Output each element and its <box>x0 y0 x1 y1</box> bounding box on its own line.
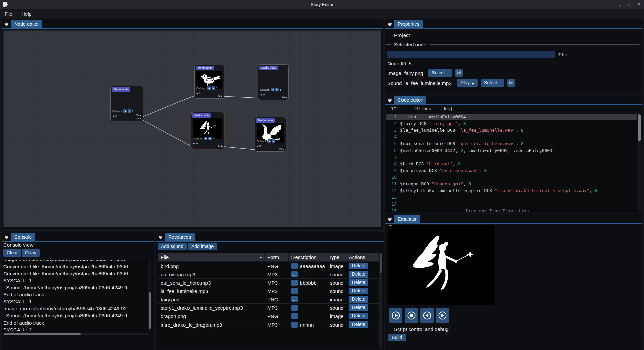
resources-scrollbar[interactable] <box>379 253 382 348</box>
outputs-decrement-button[interactable]: ◀ <box>204 137 207 140</box>
code-line[interactable]: 7 <box>386 154 637 161</box>
outputs-increment-button[interactable]: ▶ <box>208 137 212 140</box>
collapse-icon[interactable] <box>386 97 393 104</box>
console-copy-button[interactable]: Copy <box>22 249 40 257</box>
code-line[interactable]: 10 <box>386 174 637 181</box>
outputs-increment-button[interactable]: ▶ <box>212 86 215 90</box>
edit-description-button[interactable]: .. <box>291 280 298 286</box>
code-line[interactable]: 8$bird DC8 "bird.qoi", 8 <box>386 161 637 167</box>
edit-description-button[interactable]: .. <box>291 313 298 319</box>
sound-clear-button[interactable]: ☒ <box>507 79 515 87</box>
menu-file[interactable]: File <box>0 9 17 19</box>
delete-button[interactable]: Delete <box>349 321 368 328</box>
outputs-decrement-button[interactable]: ◀ <box>268 139 271 143</box>
edit-description-button[interactable]: .. <box>291 288 298 294</box>
table-row[interactable]: qui_sera_le_hero.mp3MP3..bbbbbbsoundDele… <box>158 279 379 287</box>
table-row[interactable]: dragon.pngPNG..imageDelete <box>158 312 379 320</box>
outputs-increment-button[interactable]: ▶ <box>272 139 275 143</box>
code-line[interactable]: 14 <box>386 201 637 208</box>
outputs-increment-button[interactable]: ▶ <box>275 88 279 91</box>
node-start[interactable]: Media node Outputs: ◀ ▶ 2 ◀In #0 ▶ #1 ▶ <box>110 86 143 121</box>
edit-description-button[interactable]: .. <box>291 305 298 311</box>
code-text-area[interactable]: 1→ jump····.mediaEntry00042$fairy DC8 "f… <box>386 114 637 212</box>
column-type[interactable]: Type <box>326 253 346 261</box>
code-line[interactable]: 4 <box>386 134 637 140</box>
tab-resources[interactable]: Resources <box>165 233 195 241</box>
tab-code-editor[interactable]: Code editor <box>394 96 426 104</box>
node-choice[interactable]: Media node Outputs: ◀ ▶ 1 ◀In #0 ▶ <box>258 64 289 100</box>
column-file[interactable]: File▲ <box>158 253 265 261</box>
node-input-port[interactable]: ◀In <box>257 144 261 148</box>
delete-button[interactable]: Delete <box>349 288 368 294</box>
code-line[interactable]: 9$un_oiseau DC8 "un_oiseau.wav", 8 <box>386 167 637 174</box>
node-output-ports[interactable]: #0 ▶ <box>282 96 287 99</box>
code-line[interactable]: 3$la_fee_luminelle DC8 "la_fee_luminelle… <box>386 127 637 134</box>
delete-button[interactable]: Delete <box>349 271 368 278</box>
edit-description-button[interactable]: .. <box>291 263 298 269</box>
outputs-decrement-button[interactable]: ◀ <box>123 109 127 113</box>
build-button[interactable]: Build <box>388 334 406 341</box>
code-scrollbar[interactable] <box>638 114 641 212</box>
node-fairy[interactable]: Media node Outputs: ◀ ▶ 1 ◀In #0 ▶ <box>191 112 224 149</box>
code-line[interactable]: 13 <box>386 194 637 201</box>
emu-play-button[interactable] <box>389 308 402 323</box>
node-input-port[interactable]: ◀In <box>260 93 265 96</box>
code-line[interactable]: 2$fairy DC8 "fairy.qoi", 8 <box>386 120 637 127</box>
outputs-decrement-button[interactable]: ◀ <box>271 88 274 91</box>
code-line[interactable]: 6$mediaChoice0004 DC32, 2, .mediaEntry00… <box>386 147 637 154</box>
column-description[interactable]: Description <box>289 253 326 261</box>
delete-button[interactable]: Delete <box>349 296 368 303</box>
node-canvas[interactable]: Media node Outputs: ◀ ▶ 2 ◀In #0 ▶ #1 ▶ … <box>3 30 381 227</box>
console-clear-button[interactable]: Clear <box>3 249 21 257</box>
node-output-ports[interactable]: #0 ▶ <box>279 147 284 151</box>
minimize-button[interactable]: ⌄ <box>615 0 623 9</box>
edit-description-button[interactable]: .. <box>291 271 298 277</box>
close-button[interactable]: ✕ <box>635 0 643 9</box>
edit-description-button[interactable]: .. <box>291 296 298 302</box>
tab-properties[interactable]: Properties <box>394 20 423 28</box>
delete-button[interactable]: Delete <box>349 304 368 311</box>
table-row[interactable]: un_oiseau.mp3MP3..soundDelete <box>158 270 379 279</box>
tab-emulator[interactable]: Emulator <box>394 215 420 223</box>
console-hscrollbar[interactable] <box>3 333 149 335</box>
code-line[interactable]: 11$dragon DC8 "dragon.qoi", 8 <box>386 181 637 187</box>
table-row[interactable]: bird.pngPNG..aaaaaaaaaimageDelete <box>158 262 379 270</box>
delete-button[interactable]: Delete <box>349 279 368 286</box>
table-row[interactable]: la_fee_luminelle.mp3MP3..soundDelete <box>158 287 379 295</box>
console-output[interactable]: Image: /home/anthony/ostproj/ba869e4b-03… <box>3 260 152 331</box>
column-form[interactable]: Form. <box>265 253 289 261</box>
outputs-decrement-button[interactable]: ◀ <box>207 86 211 90</box>
table-row[interactable]: intro_drako_le_dragon.mp3MP3..nnnnnsound… <box>158 320 379 329</box>
edit-description-button[interactable]: .. <box>291 322 298 328</box>
collapse-icon[interactable] <box>157 234 164 241</box>
node-input-port[interactable]: ◀In <box>112 114 117 117</box>
collapse-icon[interactable] <box>386 21 393 28</box>
outputs-increment-button[interactable]: ▶ <box>128 109 131 113</box>
title-input[interactable] <box>387 51 555 58</box>
sound-play-button[interactable]: Play▶ <box>457 79 478 87</box>
code-line[interactable]: 15 Drag and Trap Transition <box>386 208 637 212</box>
node-output-ports[interactable]: #0 ▶ <box>218 94 223 98</box>
code-line[interactable]: 5$qui_sera_le_hero DC8 "qui_sera_le_hero… <box>386 140 637 147</box>
table-row[interactable]: story1_drako_luminelle_sceptre.mp3MP3..s… <box>158 304 379 312</box>
sound-select-button[interactable]: Select... <box>481 79 504 87</box>
delete-button[interactable]: Delete <box>349 262 368 269</box>
collapse-icon[interactable] <box>386 216 393 223</box>
emu-stop-button[interactable] <box>405 308 418 323</box>
image-clear-button[interactable]: ☒ <box>455 69 463 77</box>
emu-step-back-button[interactable] <box>420 308 434 323</box>
node-output-ports[interactable]: #0 ▶ <box>218 144 223 148</box>
add-sound-button[interactable]: Add sound <box>158 243 187 250</box>
table-row[interactable]: fairy.pngPNG..imageDelete <box>158 295 379 304</box>
node-output-ports[interactable]: #0 ▶ #1 ▶ <box>136 113 141 120</box>
code-line[interactable]: 12$story1_drako_luminelle_sceptre DC8 "s… <box>386 187 637 194</box>
tab-console[interactable]: Console <box>11 233 35 241</box>
column-actions[interactable]: Actions <box>346 253 379 261</box>
console-vscrollbar[interactable] <box>148 260 151 331</box>
maximize-button[interactable]: ◇ <box>625 0 633 9</box>
node-dragon[interactable]: Media node Outputs: ◀ ▶ 1 ◀In #0 ▶ <box>255 117 286 152</box>
tab-node-editor[interactable]: Node editor <box>11 20 42 28</box>
delete-button[interactable]: Delete <box>349 313 368 319</box>
menu-help[interactable]: Help <box>17 9 36 19</box>
emu-step-forward-button[interactable] <box>436 308 449 323</box>
